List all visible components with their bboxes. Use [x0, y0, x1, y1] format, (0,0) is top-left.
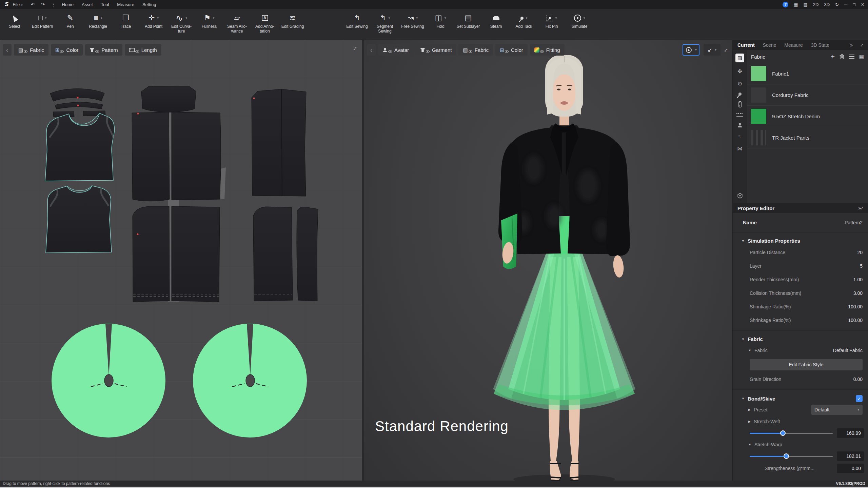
maximize-button[interactable]: □	[853, 2, 855, 7]
pattern-piece-jacket-back-right[interactable]	[172, 112, 221, 200]
add-point-button[interactable]: ✛▾Add Point	[140, 12, 167, 29]
trim-category-icon[interactable]: ✤	[737, 68, 742, 75]
pattern-2d-viewport[interactable]: ‹ ▨Fabric ⊞Color Pattern Length ↕	[0, 40, 362, 481]
fabric-category-icon[interactable]: ▨	[735, 54, 744, 62]
mode-2d-button[interactable]: 2D	[813, 2, 819, 7]
tab-2d-fabric[interactable]: ▨Fabric	[14, 44, 48, 56]
tab-measure[interactable]: Measure	[784, 42, 803, 48]
fabric-list-item[interactable]: TR Jacket Pants	[747, 127, 868, 148]
button-category-icon[interactable]: ⊙	[737, 80, 742, 87]
tab-3d-fabric[interactable]: ▨Fabric	[458, 44, 493, 56]
free-sewing-button[interactable]: ↝▾Free Sewing	[399, 12, 427, 29]
rectangle-button[interactable]: ■▾Rectangle	[84, 12, 112, 29]
menu-asset[interactable]: Asset	[82, 2, 93, 7]
name-value[interactable]: Pattern2	[845, 220, 863, 225]
redo-icon[interactable]: ↷	[41, 2, 45, 7]
bond-skive-checkbox[interactable]: ✓	[856, 395, 863, 402]
shirring-category-icon[interactable]: ≈	[738, 134, 742, 140]
tab-3d-fitting[interactable]: Fitting	[530, 44, 565, 56]
fabric-value[interactable]: Default Fabric	[833, 348, 863, 353]
tab-3d-avatar[interactable]: Avatar	[378, 44, 413, 56]
simulate-button[interactable]: ▾Simulate	[566, 12, 593, 29]
stretch-warp-value[interactable]: 182.01	[837, 451, 864, 461]
pattern-piece-vest-back[interactable]	[46, 186, 112, 253]
menu-measure[interactable]: Measure	[117, 2, 134, 7]
stretch-weft-slider[interactable]	[750, 433, 833, 434]
collapse-panel-icon[interactable]: »	[850, 42, 853, 48]
add-tack-button[interactable]: ▾Add Tack	[510, 12, 538, 29]
zipper-category-icon[interactable]	[738, 101, 742, 107]
fold-button[interactable]: ◫▾Fold	[427, 12, 454, 29]
pattern-piece-sleeve-under[interactable]	[297, 207, 318, 301]
expand-panel-icon[interactable]: ↕	[859, 42, 865, 48]
tab-current[interactable]: Current	[737, 42, 755, 48]
collapse-tabs-button[interactable]: ‹	[367, 44, 376, 56]
stretch-weft-row[interactable]: ▶ Stretch-Weft	[733, 416, 868, 427]
layout-panels-icon[interactable]: ▥	[804, 2, 808, 7]
trace-button[interactable]: ❐Trace	[112, 12, 140, 29]
pattern-piece-vest-front[interactable]	[45, 113, 114, 181]
edit-curvature-button[interactable]: ∿▾Edit Curva-ture	[167, 12, 195, 34]
simulation-properties-section[interactable]: ▼ Simulation Properties	[733, 232, 868, 246]
more-options-icon[interactable]: ⋮	[51, 2, 56, 7]
menu-home[interactable]: Home	[62, 2, 74, 7]
pen-button[interactable]: ✎Pen	[56, 12, 84, 29]
fabric-list-item[interactable]: Fabric1	[747, 63, 868, 84]
fabric-section[interactable]: ▼ Fabric	[733, 331, 868, 344]
preset-dropdown[interactable]: Default▾	[811, 405, 863, 415]
close-button[interactable]: ✕	[861, 2, 865, 7]
menu-file[interactable]: File▾	[13, 2, 22, 7]
mode-3d-button[interactable]: 3D	[824, 2, 830, 7]
fix-pin-button[interactable]: ▾Fix Pin	[538, 12, 566, 29]
pattern-piece-jacket-front-left[interactable]	[133, 206, 170, 302]
tab-3d-state[interactable]: 3D State	[811, 42, 829, 48]
bond-skive-section[interactable]: ▼ Bond/Skive ✓	[733, 390, 868, 403]
stretch-warp-slider[interactable]	[750, 456, 833, 457]
pattern-piece-collar-strips[interactable]	[50, 89, 105, 117]
fabric-list-item[interactable]: Corduroy Fabric	[747, 84, 868, 106]
keyboard-icon[interactable]: ▦	[794, 2, 798, 7]
list-view-button[interactable]	[849, 55, 854, 55]
fabric-list-item[interactable]: 9.5OZ Stretch Denim	[747, 106, 868, 127]
set-sublayer-button[interactable]: ▤Set Sublayer	[454, 12, 482, 29]
seam-allowance-button[interactable]: ▱Seam Allo-wance	[223, 12, 251, 34]
edit-sewing-button[interactable]: ↰Edit Sewing	[343, 12, 371, 29]
slider-handle[interactable]	[784, 453, 789, 459]
steam-button[interactable]: Steam	[482, 12, 510, 29]
fullness-button[interactable]: ⚑▾Fullness	[195, 12, 223, 29]
pattern-piece-side-panel[interactable]	[252, 89, 306, 196]
edit-grading-button[interactable]: ≋Edit Grading	[279, 12, 307, 29]
menu-setting[interactable]: Setting	[142, 2, 156, 7]
pattern-piece-sleeve-upper[interactable]	[253, 207, 293, 301]
grid-view-button[interactable]: ▦	[859, 54, 864, 60]
cursor-mode-button[interactable]: ↙▾	[704, 44, 721, 56]
3d-object-category-icon[interactable]	[737, 193, 743, 199]
tab-2d-color[interactable]: ⊞Color	[51, 44, 83, 56]
tab-scene[interactable]: Scene	[763, 42, 776, 48]
collapse-tabs-button[interactable]: ‹	[3, 44, 12, 56]
segment-sewing-button[interactable]: ↰▾Segment Sewing	[371, 12, 399, 34]
simulate-toggle-button[interactable]: ▾	[683, 44, 699, 56]
tab-3d-color[interactable]: ⊞Color	[495, 44, 527, 56]
avatar-category-icon[interactable]	[737, 122, 743, 128]
edit-pattern-button[interactable]: □▾Edit Pattern	[28, 12, 56, 29]
tab-2d-length[interactable]: Length	[125, 44, 161, 56]
stretch-weft-value[interactable]: 160.99	[837, 428, 864, 438]
pattern-piece-jacket-back-left[interactable]	[132, 112, 170, 201]
pattern-piece-circle-skirt-2[interactable]	[193, 324, 307, 438]
add-annotation-button[interactable]: AAdd Anno-tation	[251, 12, 279, 34]
undo-icon[interactable]: ↶	[31, 2, 35, 7]
pin-category-icon[interactable]	[738, 92, 742, 96]
minimize-button[interactable]: ─	[844, 2, 847, 7]
topstitch-category-icon[interactable]	[736, 113, 743, 117]
pattern-piece-jacket-yoke[interactable]	[141, 86, 196, 112]
tab-2d-pattern[interactable]: Pattern	[85, 44, 122, 56]
garment-skirt[interactable]	[493, 252, 635, 410]
tape-category-icon[interactable]: ⋈	[737, 145, 743, 152]
reset-view-icon[interactable]: ↻	[835, 2, 839, 7]
assistant-icon[interactable]: ?	[783, 2, 788, 7]
stretch-warp-row[interactable]: ▼ Stretch-Warp	[733, 439, 868, 450]
fabric-sub-row[interactable]: ▼ Fabric Default Fabric	[733, 344, 868, 357]
menu-tool[interactable]: Tool	[101, 2, 109, 7]
delete-fabric-button[interactable]	[840, 54, 844, 59]
